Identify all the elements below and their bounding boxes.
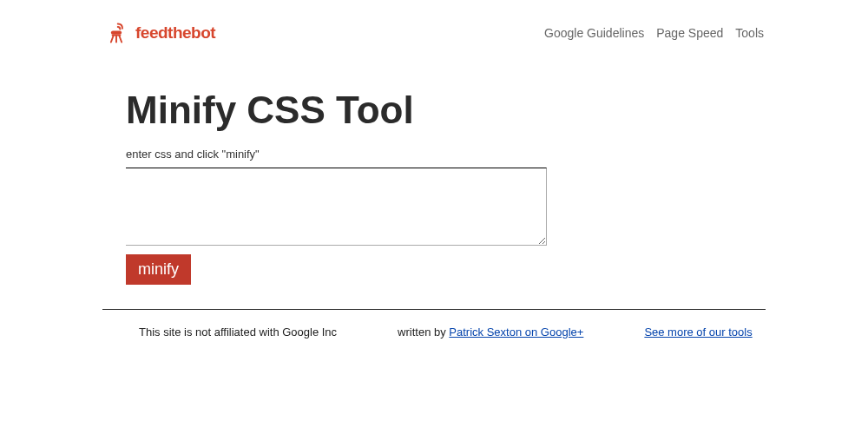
author-credit: written by Patrick Sexton on Google+ <box>398 326 583 339</box>
disclaimer-text: This site is not affiliated with Google … <box>139 326 337 339</box>
instruction-text: enter css and click "minify" <box>126 148 868 161</box>
more-tools-link[interactable]: See more of our tools <box>644 326 752 339</box>
logo[interactable]: feedthebot <box>104 21 215 45</box>
nav-google-guidelines[interactable]: Google Guidelines <box>544 26 644 40</box>
main-content: Minify CSS Tool enter css and click "min… <box>0 54 868 285</box>
svg-rect-0 <box>111 30 122 34</box>
feedthebot-icon <box>104 21 128 45</box>
svg-line-4 <box>120 36 122 43</box>
css-input[interactable] <box>126 168 547 246</box>
written-by-label: written by <box>398 326 449 339</box>
author-link[interactable]: Patrick Sexton on Google+ <box>449 326 583 339</box>
nav-page-speed[interactable]: Page Speed <box>656 26 723 40</box>
page-title: Minify CSS Tool <box>126 89 868 132</box>
site-footer: This site is not affiliated with Google … <box>0 310 868 339</box>
nav-tools[interactable]: Tools <box>735 26 764 40</box>
minify-button[interactable]: minify <box>126 254 191 285</box>
svg-line-2 <box>111 36 114 43</box>
main-nav: Google Guidelines Page Speed Tools <box>544 26 764 40</box>
brand-name: feedthebot <box>135 23 215 43</box>
site-header: feedthebot Google Guidelines Page Speed … <box>0 0 868 54</box>
